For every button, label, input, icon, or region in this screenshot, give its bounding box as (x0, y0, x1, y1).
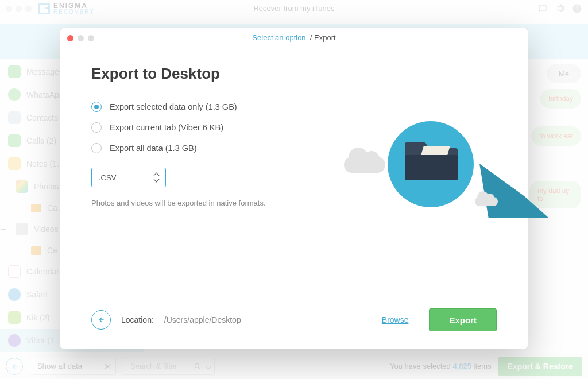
option-label: Export current tab (Viber 6 KB) (110, 123, 223, 132)
option-label: Export selected data only (1.3 GB) (110, 102, 237, 111)
folder-illustration (338, 111, 499, 237)
format-select[interactable]: .CSV (91, 168, 166, 187)
back-button[interactable] (91, 310, 111, 330)
minimize-dot[interactable] (78, 35, 84, 41)
close-dot[interactable] (67, 35, 74, 41)
cloud-icon (475, 197, 498, 206)
location-path: /Users/apple/Desktop (164, 315, 241, 324)
arrow-left-icon (96, 315, 106, 324)
modal-title: Export to Desktop (91, 65, 497, 83)
export-modal: Select an option / Export Export to Desk… (60, 28, 528, 349)
export-button[interactable]: Export (429, 308, 497, 331)
option-label: Export all data (1.3 GB) (110, 144, 197, 153)
modal-footer: Location: /Users/apple/Desktop Browse Ex… (91, 308, 497, 331)
breadcrumb-prev-link[interactable]: Select an option (252, 33, 305, 42)
browse-button[interactable]: Browse (382, 315, 409, 324)
cloud-icon (344, 157, 385, 173)
folder-icon (405, 142, 458, 180)
radio-selected-icon (91, 102, 102, 112)
radio-unselected-icon (91, 122, 102, 133)
radio-unselected-icon (91, 143, 102, 153)
location-label: Location: (121, 315, 154, 324)
maximize-dot[interactable] (88, 35, 94, 41)
format-value: .CSV (99, 173, 116, 182)
modal-body: Export to Desktop Export selected data o… (60, 48, 528, 349)
